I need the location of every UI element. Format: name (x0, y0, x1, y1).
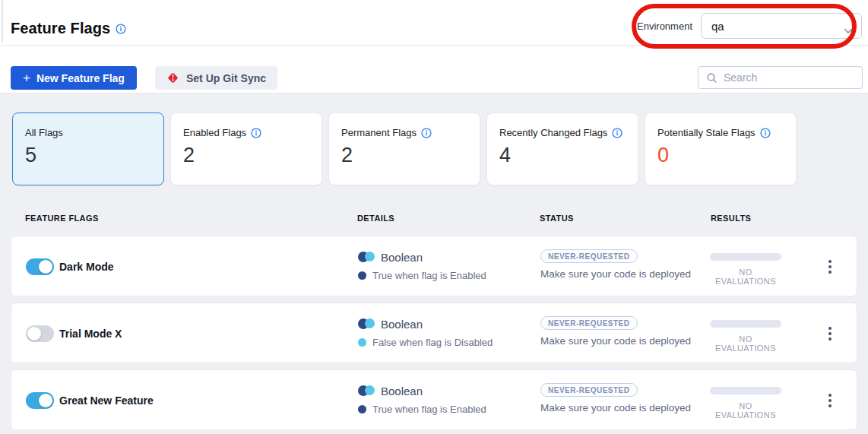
flag-details: Boolean False when flag is Disabled (358, 315, 493, 348)
flag-toggle[interactable] (26, 392, 54, 409)
card-label: All Flags (25, 127, 63, 138)
boolean-type-icon (358, 252, 375, 262)
rule-text: True when flag is Enabled (372, 270, 486, 281)
results-text: NO EVALUATIONS (710, 268, 781, 286)
toggle-knob (39, 394, 52, 407)
card-label: Permanent Flags (341, 127, 417, 138)
content-area: All Flags 5 Enabled Flags 2 Permanent Fl… (0, 93, 868, 434)
new-feature-flag-label: New Feature Flag (36, 72, 125, 84)
boolean-type-icon (358, 385, 375, 396)
search-input[interactable] (724, 71, 861, 84)
flag-details: Boolean True when flag is Enabled (358, 382, 486, 415)
card-potentially-stale-flags[interactable]: Potentially Stale Flags 0 (645, 112, 797, 185)
flag-details: Boolean True when flag is Enabled (358, 249, 486, 281)
page-title: Feature Flags (11, 20, 110, 37)
card-recently-changed-flags[interactable]: Recently Changed Flags 4 (486, 112, 638, 185)
card-value: 2 (183, 144, 309, 167)
card-enabled-flags[interactable]: Enabled Flags 2 (170, 112, 322, 185)
column-header-feature-flags: FEATURE FLAGS (25, 214, 99, 223)
flag-name[interactable]: Dark Mode (59, 236, 114, 297)
git-diamond-icon (166, 71, 179, 84)
flag-results: NO EVALUATIONS (710, 253, 781, 286)
search-icon (706, 72, 718, 84)
left-edge-divider (2, 0, 3, 43)
flag-results: NO EVALUATIONS (710, 320, 781, 353)
flag-status: NEVER-REQUESTED Make sure your code is d… (540, 249, 691, 280)
status-text: Make sure your code is deployed (540, 402, 691, 413)
kebab-menu-icon[interactable] (824, 390, 836, 411)
page-header: Feature Flags Environment qa (0, 0, 868, 46)
table-row[interactable]: Trial Mode X Boolean False when flag is … (11, 303, 857, 363)
card-all-flags[interactable]: All Flags 5 (12, 112, 164, 185)
toolbar: + New Feature Flag Set Up Git Sync (0, 46, 868, 93)
card-value: 4 (499, 144, 626, 167)
card-permanent-flags[interactable]: Permanent Flags 2 (328, 112, 480, 185)
environment-selected-value: qa (711, 20, 724, 33)
page-title-wrap: Feature Flags (11, 20, 126, 37)
flag-name[interactable]: Trial Mode X (59, 303, 122, 364)
toggle-knob (39, 260, 52, 274)
flag-toggle[interactable] (26, 258, 54, 275)
info-icon[interactable] (251, 128, 261, 138)
card-value: 5 (25, 144, 151, 167)
environment-control: Environment qa (637, 13, 862, 39)
flag-results: NO EVALUATIONS (710, 387, 781, 420)
results-text: NO EVALUATIONS (710, 334, 781, 353)
kebab-menu-icon[interactable] (824, 256, 836, 277)
flag-toggle[interactable] (26, 325, 54, 342)
column-header-status: STATUS (540, 214, 574, 223)
rule-dot-icon (358, 271, 366, 280)
status-badge: NEVER-REQUESTED (540, 383, 638, 397)
rule-dot-icon (358, 405, 366, 413)
table-row[interactable]: Dark Mode Boolean True when flag is Enab… (11, 236, 857, 296)
status-text: Make sure your code is deployed (540, 335, 691, 347)
flag-type: Boolean (381, 318, 423, 331)
plus-icon: + (23, 71, 30, 84)
flag-name[interactable]: Great New Feature (59, 370, 154, 431)
flag-type: Boolean (381, 385, 423, 398)
boolean-type-icon (358, 318, 375, 329)
info-icon[interactable] (760, 128, 771, 138)
results-bar (710, 253, 781, 261)
column-header-details: DETAILS (357, 214, 394, 223)
feature-flags-page: Feature Flags Environment qa + New Featu… (0, 0, 868, 434)
toggle-knob (27, 327, 41, 341)
flag-status: NEVER-REQUESTED Make sure your code is d… (540, 315, 691, 347)
results-bar (710, 387, 781, 394)
column-header-results: RESULTS (711, 214, 751, 223)
search-box[interactable] (698, 66, 863, 89)
new-feature-flag-button[interactable]: + New Feature Flag (11, 66, 137, 90)
environment-select[interactable]: qa (701, 13, 862, 39)
rule-dot-icon (358, 338, 366, 347)
kebab-menu-icon[interactable] (824, 323, 836, 344)
info-icon[interactable] (612, 128, 622, 138)
chevron-down-icon (844, 24, 853, 37)
card-value: 0 (657, 144, 784, 167)
title-info-icon[interactable] (116, 24, 126, 34)
results-text: NO EVALUATIONS (710, 401, 781, 420)
card-label: Enabled Flags (183, 127, 246, 138)
rule-text: True when flag is Enabled (372, 404, 486, 415)
git-sync-label: Set Up Git Sync (186, 72, 266, 84)
environment-label: Environment (637, 21, 692, 32)
flag-type: Boolean (381, 251, 423, 264)
status-badge: NEVER-REQUESTED (540, 249, 638, 263)
results-bar (710, 320, 781, 328)
card-value: 2 (341, 144, 467, 167)
card-label: Potentially Stale Flags (657, 127, 756, 138)
table-row[interactable]: Great New Feature Boolean True when flag… (11, 369, 857, 430)
setup-git-sync-button[interactable]: Set Up Git Sync (155, 66, 277, 90)
flag-status: NEVER-REQUESTED Make sure your code is d… (540, 382, 691, 413)
info-icon[interactable] (421, 128, 432, 138)
rule-text: False when flag is Disabled (372, 337, 493, 348)
status-text: Make sure your code is deployed (540, 268, 691, 280)
card-label: Recently Changed Flags (499, 127, 607, 138)
status-badge: NEVER-REQUESTED (540, 316, 638, 330)
